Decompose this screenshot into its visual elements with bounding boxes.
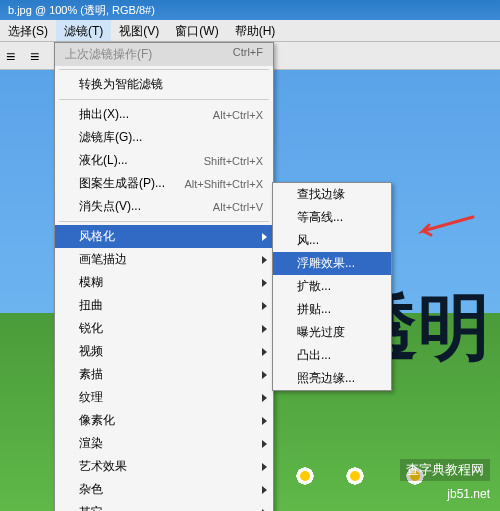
submenu-arrow-icon bbox=[262, 394, 267, 402]
menu-item-label: 照亮边缘... bbox=[297, 370, 355, 387]
stylize-submenu-item[interactable]: 凸出... bbox=[273, 344, 391, 367]
menu-window[interactable]: 窗口(W) bbox=[167, 20, 226, 41]
menu-item-label: 画笔描边 bbox=[79, 251, 127, 268]
submenu-arrow-icon bbox=[262, 440, 267, 448]
menu-item-label: 风格化 bbox=[79, 228, 115, 245]
menu-item-label: 艺术效果 bbox=[79, 458, 127, 475]
align-left-icon[interactable]: ≡ bbox=[6, 48, 22, 64]
filter-category-item[interactable]: 风格化 bbox=[55, 225, 273, 248]
filter-menu-item[interactable]: 滤镜库(G)... bbox=[55, 126, 273, 149]
menu-last-filter: 上次滤镜操作(F) Ctrl+F bbox=[55, 43, 273, 66]
window-title-text: b.jpg @ 100% (透明, RGB/8#) bbox=[8, 4, 155, 16]
menu-item-label: 模糊 bbox=[79, 274, 103, 291]
menu-item-label: 风... bbox=[297, 232, 319, 249]
window-titlebar: b.jpg @ 100% (透明, RGB/8#) bbox=[0, 0, 500, 20]
menu-item-shortcut: Alt+Shift+Ctrl+X bbox=[184, 178, 263, 190]
stylize-submenu-item[interactable]: 拼贴... bbox=[273, 298, 391, 321]
menu-item-label: 转换为智能滤镜 bbox=[79, 76, 163, 93]
menu-item-label: 等高线... bbox=[297, 209, 343, 226]
menu-item-label: 曝光过度 bbox=[297, 324, 345, 341]
filter-category-item[interactable]: 扭曲 bbox=[55, 294, 273, 317]
menu-item-label: 液化(L)... bbox=[79, 152, 128, 169]
submenu-arrow-icon bbox=[262, 256, 267, 264]
filter-category-item[interactable]: 素描 bbox=[55, 363, 273, 386]
stylize-submenu-item[interactable]: 照亮边缘... bbox=[273, 367, 391, 390]
menu-item-label: 其它 bbox=[79, 504, 103, 511]
menu-separator bbox=[59, 69, 269, 70]
stylize-submenu-item[interactable]: 曝光过度 bbox=[273, 321, 391, 344]
menu-item-label: 查找边缘 bbox=[297, 186, 345, 203]
menu-item-label: 图案生成器(P)... bbox=[79, 175, 165, 192]
submenu-arrow-icon bbox=[262, 417, 267, 425]
flower-graphic bbox=[290, 461, 320, 491]
stylize-submenu: 查找边缘等高线...风...浮雕效果...扩散...拼贴...曝光过度凸出...… bbox=[272, 182, 392, 391]
menu-item-label: 像素化 bbox=[79, 412, 115, 429]
filter-category-item[interactable]: 艺术效果 bbox=[55, 455, 273, 478]
submenu-arrow-icon bbox=[262, 371, 267, 379]
filter-menu-item[interactable]: 抽出(X)...Alt+Ctrl+X bbox=[55, 103, 273, 126]
menu-item-label: 拼贴... bbox=[297, 301, 331, 318]
menu-item-label: 扩散... bbox=[297, 278, 331, 295]
stylize-submenu-item[interactable]: 浮雕效果... bbox=[273, 252, 391, 275]
filter-category-item[interactable]: 模糊 bbox=[55, 271, 273, 294]
filter-menu-item[interactable]: 消失点(V)...Alt+Ctrl+V bbox=[55, 195, 273, 218]
menu-item-label: 杂色 bbox=[79, 481, 103, 498]
menu-item-label: 扭曲 bbox=[79, 297, 103, 314]
menu-filter[interactable]: 滤镜(T) bbox=[56, 20, 111, 41]
submenu-arrow-icon bbox=[262, 463, 267, 471]
annotation-arrow-icon bbox=[415, 215, 475, 239]
menu-item-label: 视频 bbox=[79, 343, 103, 360]
submenu-arrow-icon bbox=[262, 302, 267, 310]
menu-separator bbox=[59, 221, 269, 222]
menu-convert-smart-filter[interactable]: 转换为智能滤镜 bbox=[55, 73, 273, 96]
filter-category-item[interactable]: 杂色 bbox=[55, 478, 273, 501]
menu-item-shortcut: Alt+Ctrl+X bbox=[213, 109, 263, 121]
menu-item-label: 抽出(X)... bbox=[79, 106, 129, 123]
menu-item-shortcut: Ctrl+F bbox=[233, 46, 263, 63]
stylize-submenu-item[interactable]: 等高线... bbox=[273, 206, 391, 229]
menu-item-label: 消失点(V)... bbox=[79, 198, 141, 215]
watermark-url: jb51.net bbox=[447, 487, 490, 501]
menu-help[interactable]: 帮助(H) bbox=[227, 20, 284, 41]
menubar: 选择(S) 滤镜(T) 视图(V) 窗口(W) 帮助(H) bbox=[0, 20, 500, 42]
watermark-text: 查字典教程网 bbox=[400, 459, 490, 481]
filter-category-item[interactable]: 渲染 bbox=[55, 432, 273, 455]
menu-item-label: 滤镜库(G)... bbox=[79, 129, 142, 146]
filter-category-item[interactable]: 像素化 bbox=[55, 409, 273, 432]
stylize-submenu-item[interactable]: 风... bbox=[273, 229, 391, 252]
filter-menu-item[interactable]: 图案生成器(P)...Alt+Shift+Ctrl+X bbox=[55, 172, 273, 195]
submenu-arrow-icon bbox=[262, 325, 267, 333]
menu-select[interactable]: 选择(S) bbox=[0, 20, 56, 41]
flower-graphic bbox=[340, 461, 370, 491]
submenu-arrow-icon bbox=[262, 279, 267, 287]
filter-category-item[interactable]: 纹理 bbox=[55, 386, 273, 409]
menu-item-label: 锐化 bbox=[79, 320, 103, 337]
menu-item-label: 凸出... bbox=[297, 347, 331, 364]
stylize-submenu-item[interactable]: 查找边缘 bbox=[273, 183, 391, 206]
align-center-icon[interactable]: ≡ bbox=[30, 48, 46, 64]
filter-menu-item[interactable]: 液化(L)...Shift+Ctrl+X bbox=[55, 149, 273, 172]
menu-item-label: 渲染 bbox=[79, 435, 103, 452]
submenu-arrow-icon bbox=[262, 348, 267, 356]
submenu-arrow-icon bbox=[262, 233, 267, 241]
menu-item-shortcut: Alt+Ctrl+V bbox=[213, 201, 263, 213]
filter-category-item[interactable]: 画笔描边 bbox=[55, 248, 273, 271]
stylize-submenu-item[interactable]: 扩散... bbox=[273, 275, 391, 298]
menu-separator bbox=[59, 99, 269, 100]
menu-item-label: 浮雕效果... bbox=[297, 255, 355, 272]
filter-menu-dropdown: 上次滤镜操作(F) Ctrl+F 转换为智能滤镜 抽出(X)...Alt+Ctr… bbox=[54, 42, 274, 511]
menu-view[interactable]: 视图(V) bbox=[111, 20, 167, 41]
filter-category-item[interactable]: 锐化 bbox=[55, 317, 273, 340]
menu-item-label: 素描 bbox=[79, 366, 103, 383]
menu-item-shortcut: Shift+Ctrl+X bbox=[204, 155, 263, 167]
menu-item-label: 上次滤镜操作(F) bbox=[65, 46, 152, 63]
menu-item-label: 纹理 bbox=[79, 389, 103, 406]
filter-category-item[interactable]: 视频 bbox=[55, 340, 273, 363]
filter-category-item[interactable]: 其它 bbox=[55, 501, 273, 511]
submenu-arrow-icon bbox=[262, 486, 267, 494]
